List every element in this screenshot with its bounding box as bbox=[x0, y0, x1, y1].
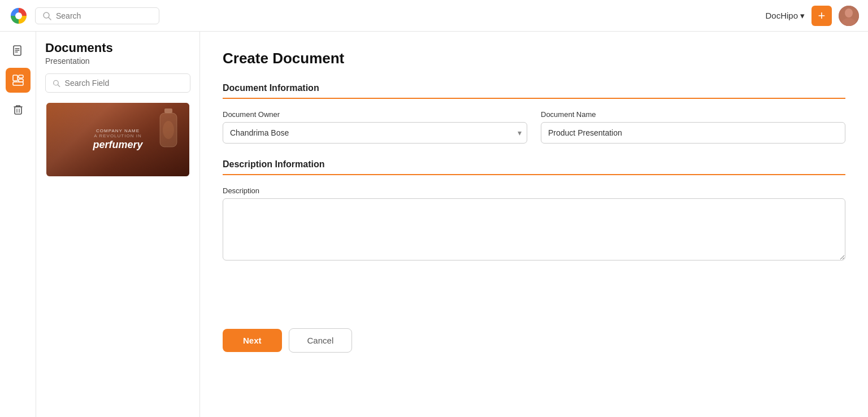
search-input[interactable] bbox=[56, 11, 152, 20]
brand-menu[interactable]: DocHipo ▾ bbox=[765, 11, 805, 21]
document-name-group: Document Name bbox=[541, 110, 845, 144]
sidebar-item-templates[interactable] bbox=[6, 68, 31, 93]
svg-rect-20 bbox=[164, 108, 172, 113]
template-thumbnail[interactable]: COMPANY NAME A REVOLUTION IN perfumery bbox=[45, 102, 190, 177]
add-button[interactable]: + bbox=[811, 6, 832, 26]
left-panel: Documents Presentation COMPANY NAME bbox=[36, 32, 200, 417]
document-name-input[interactable] bbox=[541, 122, 845, 144]
svg-rect-13 bbox=[13, 82, 23, 85]
thumb-tagline: A REVOLUTION IN bbox=[93, 133, 142, 138]
document-information-header: Document Information bbox=[223, 83, 845, 99]
document-owner-select[interactable]: Chandrima Bose Other Owner bbox=[223, 122, 527, 144]
svg-line-19 bbox=[58, 85, 59, 86]
svg-point-22 bbox=[163, 121, 174, 139]
body-wrap: Documents Presentation COMPANY NAME bbox=[0, 32, 868, 417]
search-field-box[interactable] bbox=[45, 73, 190, 93]
search-icon bbox=[42, 11, 51, 20]
cancel-button[interactable]: Cancel bbox=[289, 328, 353, 353]
document-name-label: Document Name bbox=[541, 110, 845, 119]
nav-right: DocHipo ▾ + bbox=[765, 6, 859, 26]
sidebar-icons bbox=[0, 32, 36, 417]
main-content: Create Document Document Information Doc… bbox=[200, 32, 868, 417]
thumb-text: COMPANY NAME A REVOLUTION IN perfumery bbox=[93, 128, 142, 151]
form-actions: Next Cancel bbox=[223, 328, 845, 353]
thumb-image: COMPANY NAME A REVOLUTION IN perfumery bbox=[46, 103, 189, 176]
description-textarea[interactable] bbox=[223, 198, 845, 260]
svg-rect-11 bbox=[13, 75, 18, 81]
description-information-header: Description Information bbox=[223, 159, 845, 175]
left-panel-subtitle: Presentation bbox=[45, 57, 190, 66]
description-information-section: Description Information Description bbox=[223, 159, 845, 260]
search-field-icon bbox=[53, 79, 60, 88]
chevron-down-icon: ▾ bbox=[800, 11, 805, 21]
thumb-headline: perfumery bbox=[93, 140, 142, 151]
svg-rect-12 bbox=[19, 75, 23, 78]
description-label: Description bbox=[223, 186, 845, 195]
next-button[interactable]: Next bbox=[223, 329, 282, 352]
thumb-brand: COMPANY NAME bbox=[93, 128, 142, 133]
sidebar-item-documents[interactable] bbox=[6, 38, 31, 63]
avatar-initials bbox=[839, 6, 859, 26]
description-group: Description bbox=[223, 186, 845, 260]
svg-line-3 bbox=[49, 18, 51, 20]
document-info-row: Document Owner Chandrima Bose Other Owne… bbox=[223, 110, 845, 144]
nav-left bbox=[9, 6, 159, 25]
document-information-section: Document Information Document Owner Chan… bbox=[223, 83, 845, 144]
search-box[interactable] bbox=[35, 7, 159, 24]
document-owner-select-wrapper[interactable]: Chandrima Bose Other Owner ▾ bbox=[223, 122, 527, 144]
document-owner-group: Document Owner Chandrima Bose Other Owne… bbox=[223, 110, 527, 144]
sidebar-item-trash[interactable] bbox=[6, 97, 31, 122]
svg-point-1 bbox=[15, 12, 22, 19]
document-owner-label: Document Owner bbox=[223, 110, 527, 119]
plus-icon: + bbox=[818, 8, 826, 23]
left-panel-title: Documents bbox=[45, 41, 190, 55]
brand-label: DocHipo bbox=[765, 11, 798, 20]
svg-rect-14 bbox=[19, 79, 23, 82]
search-field-input[interactable] bbox=[65, 79, 183, 88]
top-nav: DocHipo ▾ + bbox=[0, 0, 868, 32]
app-logo[interactable] bbox=[9, 6, 28, 25]
page-title: Create Document bbox=[223, 50, 845, 67]
avatar[interactable] bbox=[839, 6, 859, 26]
svg-rect-15 bbox=[15, 107, 21, 114]
svg-point-5 bbox=[845, 8, 853, 18]
